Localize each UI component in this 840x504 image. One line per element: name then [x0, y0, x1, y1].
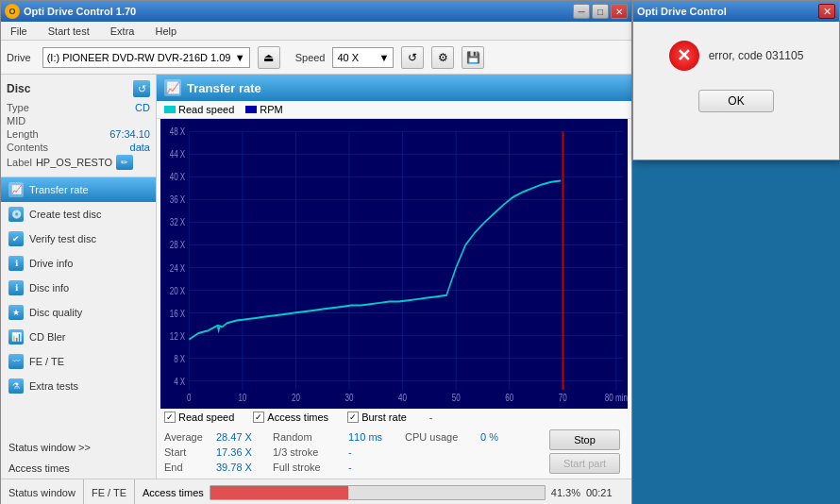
- nav-transfer-rate[interactable]: 📈 Transfer rate: [1, 177, 156, 202]
- disc-quality-icon: ★: [8, 305, 24, 320]
- full-stroke-label: Full stroke: [273, 462, 348, 473]
- disc-header-text: Disc: [7, 82, 30, 95]
- fe-te-segment[interactable]: FE / TE: [84, 479, 135, 504]
- progress-bar: [210, 485, 546, 500]
- svg-text:36 X: 36 X: [170, 193, 186, 205]
- start-label: Start: [164, 446, 216, 458]
- dialog-error-row: ✕ error, code 031105: [669, 41, 804, 71]
- menu-extra[interactable]: Extra: [105, 24, 141, 39]
- drive-info-icon: ℹ: [8, 256, 24, 271]
- svg-text:48 X: 48 X: [170, 126, 186, 137]
- svg-text:60: 60: [505, 392, 513, 403]
- access-times-status-label: Access times: [143, 487, 204, 498]
- disc-type-row: Type CD: [7, 101, 150, 114]
- close-button[interactable]: ✕: [611, 4, 628, 19]
- read-speed-checkbox-item[interactable]: Read speed: [164, 412, 234, 423]
- svg-text:20: 20: [292, 392, 300, 403]
- svg-rect-0: [160, 119, 628, 409]
- nav-cd-bler[interactable]: 📊 CD Bler: [1, 325, 156, 349]
- menu-start-test[interactable]: Start test: [42, 24, 95, 39]
- disc-contents-row: Contents data: [7, 141, 150, 154]
- title-bar: O Opti Drive Control 1.70 ─ □ ✕: [1, 1, 631, 22]
- disc-type-label: Type: [7, 102, 29, 113]
- dialog-window: Opti Drive Control ✕ ✕ error, code 03110…: [632, 0, 840, 160]
- nav-drive-info[interactable]: ℹ Drive info: [1, 251, 156, 276]
- dialog-title-bar: Opti Drive Control ✕: [633, 1, 839, 22]
- svg-text:30: 30: [345, 392, 354, 403]
- drive-select[interactable]: (I:) PIONEER DVD-RW DVR-216D 1.09 ▼: [42, 47, 250, 68]
- speed-label: Speed: [295, 52, 326, 63]
- speed-select[interactable]: 40 X ▼: [332, 47, 394, 68]
- stats-area: Average 28.47 X Random 110 ms CPU usage …: [157, 426, 631, 479]
- svg-text:32 X: 32 X: [170, 216, 186, 227]
- settings-button[interactable]: ⚙: [431, 46, 454, 69]
- burst-rate-checkbox-item[interactable]: Burst rate: [347, 412, 407, 423]
- disc-section: Disc ↺ Type CD MID Length 67:34.10 Conte…: [1, 75, 156, 177]
- nav-extra-tests[interactable]: ⚗ Extra tests: [1, 374, 156, 398]
- legend-rpm-color: [245, 106, 257, 113]
- nav-fe-te[interactable]: 〰 FE / TE: [1, 349, 156, 374]
- svg-text:0: 0: [187, 392, 191, 403]
- nav-disc-info[interactable]: ℹ Disc info: [1, 276, 156, 300]
- stroke-1-3-label: 1/3 stroke: [273, 446, 348, 458]
- disc-refresh-button[interactable]: ↺: [133, 80, 150, 97]
- disc-label-label: Label: [7, 157, 32, 168]
- toolbar: Drive (I:) PIONEER DVD-RW DVR-216D 1.09 …: [1, 41, 631, 75]
- progress-text: 41.3%: [551, 487, 580, 498]
- label-edit-button[interactable]: ✏: [116, 155, 133, 170]
- legend-read-speed: Read speed: [164, 104, 234, 115]
- panel-title: Transfer rate: [187, 81, 261, 95]
- access-times-checkbox-item[interactable]: Access times: [253, 412, 328, 423]
- nav-disc-quality[interactable]: ★ Disc quality: [1, 300, 156, 325]
- disc-contents-label: Contents: [7, 142, 48, 153]
- svg-text:44 X: 44 X: [170, 148, 186, 160]
- nav-status-window[interactable]: Status window >>: [1, 437, 156, 458]
- nav-access-times[interactable]: Access times: [1, 458, 156, 479]
- read-speed-checkbox[interactable]: [164, 412, 176, 423]
- save-button[interactable]: 💾: [462, 46, 484, 69]
- extra-tests-icon: ⚗: [8, 378, 24, 394]
- menu-file[interactable]: File: [5, 24, 33, 39]
- status-window-segment[interactable]: Status window: [1, 479, 84, 504]
- average-label: Average: [164, 431, 216, 443]
- menu-help[interactable]: Help: [149, 24, 182, 39]
- legend-rpm: RPM: [245, 104, 282, 115]
- dialog-title: Opti Drive Control: [637, 6, 727, 17]
- random-value: 110 ms: [348, 431, 405, 443]
- start-part-button[interactable]: Start part: [549, 453, 620, 474]
- burst-dash: -: [429, 412, 433, 423]
- stop-button[interactable]: Stop: [549, 429, 620, 450]
- access-times-checkbox[interactable]: [253, 412, 264, 423]
- svg-text:80 min: 80 min: [605, 392, 628, 403]
- time-text: 00:21: [586, 487, 624, 498]
- svg-text:16 X: 16 X: [170, 307, 186, 318]
- title-bar-left: O Opti Drive Control 1.70: [5, 4, 136, 19]
- eject-button[interactable]: ⏏: [258, 46, 280, 69]
- nav-verify-test-disc[interactable]: ✔ Verify test disc: [1, 227, 156, 251]
- svg-text:12 X: 12 X: [170, 329, 186, 341]
- disc-label-row: Label HP_OS_RESTO ✏: [7, 154, 150, 171]
- status-bar: Status window FE / TE Access times 41.3%…: [1, 479, 631, 504]
- full-stroke-value: -: [348, 462, 405, 473]
- disc-length-label: Length: [7, 128, 39, 140]
- start-row: Start 17.36 X 1/3 stroke -: [164, 445, 549, 460]
- disc-type-value: CD: [135, 102, 150, 113]
- title-buttons: ─ □ ✕: [573, 4, 628, 19]
- maximize-button[interactable]: □: [592, 4, 609, 19]
- nav-create-test-disc[interactable]: 💿 Create test disc: [1, 202, 156, 227]
- menu-bar: File Start test Extra Help: [1, 22, 631, 41]
- action-buttons: Stop Start part: [549, 429, 624, 475]
- dialog-ok-button[interactable]: OK: [698, 90, 774, 112]
- svg-text:40 X: 40 X: [170, 171, 186, 182]
- dialog-body: ✕ error, code 031105 OK: [633, 22, 839, 131]
- body-area: Disc ↺ Type CD MID Length 67:34.10 Conte…: [1, 75, 631, 479]
- disc-mid-label: MID: [7, 115, 25, 126]
- refresh-button[interactable]: ↺: [401, 46, 424, 69]
- minimize-button[interactable]: ─: [573, 4, 590, 19]
- chart-svg: 48 X 44 X 40 X 36 X 32 X 28 X 24 X 20 X …: [160, 119, 628, 409]
- checkboxes-row: Read speed Access times Burst rate -: [157, 409, 631, 426]
- drive-label: Drive: [7, 52, 31, 63]
- burst-rate-checkbox[interactable]: [347, 412, 359, 423]
- cd-bler-icon: 📊: [8, 329, 24, 344]
- dialog-close-button[interactable]: ✕: [818, 4, 835, 19]
